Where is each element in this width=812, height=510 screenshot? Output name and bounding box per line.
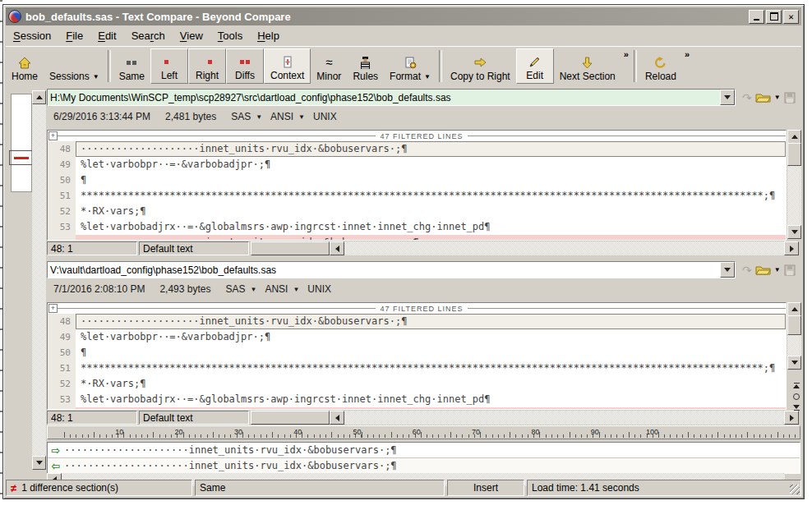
minor-button[interactable]: ≈Minor (311, 48, 347, 84)
right-pane-vertical-scrollbar[interactable] (787, 302, 801, 370)
code-text[interactable]: %let·varbobadjrx··=·&globalmsrs·awp·ingr… (76, 219, 786, 235)
menu-item-tools[interactable]: Tools (210, 28, 250, 44)
right-code-pane[interactable]: + 47 FILTERED LINES 48··················… (47, 302, 787, 410)
expand-filtered-lines-button[interactable]: + (48, 131, 58, 140)
scroll-down-button[interactable] (32, 456, 46, 470)
code-line-49[interactable]: 49%let·varbobpr··=·&varbobadjpr·;¶ (48, 157, 786, 172)
right-file-path-field[interactable]: V:\vault\dartload_config\phase152\bob_de… (47, 261, 736, 278)
maximize-button[interactable] (766, 10, 782, 24)
home-button[interactable]: Home (6, 48, 44, 84)
code-text[interactable]: %let·varbobpr··=·&varbobadjpr·;¶ (76, 157, 786, 172)
swap-sides-icon[interactable]: ↷ (742, 91, 752, 104)
code-line-52[interactable]: 52*·RX·vars;¶ (48, 204, 786, 219)
left-pane-vertical-scrollbar[interactable] (787, 130, 801, 239)
menu-item-view[interactable]: View (173, 28, 210, 44)
encoding-dropdown-icon[interactable]: ▼ (298, 113, 305, 121)
scroll-left-button[interactable] (330, 411, 344, 425)
sessions-button[interactable]: Sessions▼ (44, 48, 105, 84)
menu-item-search[interactable]: Search (124, 28, 173, 44)
detail-line-right[interactable]: ⇨·····················innet_units·rvu_id… (48, 443, 800, 458)
scroll-up-button[interactable] (787, 302, 801, 316)
code-line-50[interactable]: 50¶ (48, 345, 786, 361)
code-text[interactable]: %let·varbobpr··=·&varbobadjpr·;¶ (76, 329, 786, 345)
code-text[interactable]: ****************************************… (76, 188, 786, 204)
context-button[interactable]: Context (264, 48, 311, 84)
horizontal-scrollbar-thumb[interactable] (251, 241, 330, 255)
toolbar-overflow-chevron[interactable]: » (682, 48, 692, 61)
code-line-49[interactable]: 49%let·varbobpr··=·&varbobadjpr·;¶ (48, 329, 786, 345)
code-text[interactable]: ¶ (76, 172, 786, 188)
left-code-pane[interactable]: + 47 FILTERED LINES 48··················… (47, 130, 787, 241)
menu-item-session[interactable]: Session (6, 28, 58, 44)
code-text[interactable]: *·RX·vars;¶ (76, 204, 786, 219)
code-text[interactable]: ····················innet_units·rvu_idx·… (76, 314, 786, 329)
reload-button[interactable]: Reload (639, 48, 682, 84)
first-difference-button[interactable] (793, 382, 800, 388)
current-difference-button[interactable] (793, 393, 800, 400)
horizontal-scrollbar-track[interactable] (344, 411, 784, 425)
code-line-51[interactable]: 51**************************************… (48, 361, 786, 376)
left-button[interactable]: Left (150, 48, 188, 84)
diffs-button[interactable]: Diffs (226, 48, 264, 84)
horizontal-scrollbar-track[interactable] (344, 241, 784, 255)
code-line-52[interactable]: 52*·RX·vars;¶ (48, 376, 786, 392)
chevron-down-icon[interactable]: ▼ (93, 73, 99, 80)
close-button[interactable]: ✕ (783, 10, 799, 24)
diff-overview-map[interactable] (11, 94, 32, 192)
scroll-down-button[interactable] (787, 356, 801, 370)
viewport-indicator[interactable] (9, 150, 34, 165)
scroll-up-button[interactable] (787, 130, 801, 144)
expand-filtered-lines-button[interactable]: + (48, 304, 58, 313)
left-file-format[interactable]: SAS (231, 111, 251, 122)
open-file-icon[interactable] (755, 264, 771, 276)
menu-item-edit[interactable]: Edit (90, 28, 123, 44)
minimize-button[interactable] (749, 10, 764, 24)
same-button[interactable]: Same (113, 48, 150, 84)
format-dropdown-icon[interactable]: ▼ (250, 286, 256, 293)
right-file-path[interactable]: V:\vault\dartload_config\phase152\bob_de… (48, 264, 720, 276)
menu-item-help[interactable]: Help (250, 28, 287, 44)
chevron-down-icon[interactable]: ▼ (424, 73, 431, 80)
code-text[interactable]: ····················innet_units·rvu_idx·… (76, 141, 786, 157)
horizontal-scrollbar-thumb[interactable] (251, 411, 330, 425)
rules-button[interactable]: Rules (347, 48, 384, 84)
code-text[interactable]: ¶ (76, 345, 786, 361)
open-file-icon[interactable] (755, 92, 771, 103)
right-file-encoding[interactable]: ANSI (265, 283, 288, 295)
left-file-encoding[interactable]: ANSI (270, 111, 293, 122)
code-line-50[interactable]: 50¶ (48, 172, 786, 188)
toolbar-overflow-chevron[interactable]: » (621, 48, 631, 61)
shared-vertical-scrollbar[interactable] (32, 90, 46, 470)
code-text[interactable]: ·····················innet_units·rvu_idx… (76, 235, 786, 240)
code-text[interactable]: %let·varbobadjrx··=·&globalmsrs·awp·ingr… (76, 392, 786, 407)
right-button[interactable]: Right (188, 48, 226, 84)
code-text[interactable]: ****************************************… (76, 361, 786, 376)
left-file-path-field[interactable]: H:\My Documents\WinSCP_temp\scp28927\src… (47, 89, 736, 106)
edit-button[interactable]: Edit (516, 48, 554, 84)
code-line-partial-diff[interactable]: ·····················innet_units·rvu_idx… (48, 407, 786, 410)
code-text[interactable]: *·RX·vars;¶ (76, 376, 786, 392)
open-file-dropdown-icon[interactable]: ▼ (774, 266, 781, 273)
swap-sides-icon[interactable]: ↷ (742, 264, 752, 277)
scroll-down-button[interactable] (787, 225, 801, 239)
window-resize-grip[interactable] (790, 485, 800, 494)
right-path-dropdown-button[interactable] (720, 262, 735, 278)
left-path-dropdown-button[interactable] (720, 90, 735, 105)
open-file-dropdown-icon[interactable]: ▼ (774, 94, 781, 101)
code-line-53[interactable]: 53%let·varbobadjrx··=·&globalmsrs·awp·in… (48, 219, 786, 235)
scrollbar-thumb[interactable] (787, 315, 801, 335)
code-line-48[interactable]: 48····················innet_units·rvu_id… (48, 141, 786, 157)
code-text[interactable]: ·····················innet_units·rvu_idx… (76, 407, 786, 410)
scroll-right-button[interactable] (784, 241, 799, 255)
menu-item-file[interactable]: File (58, 28, 90, 44)
copy-to-right-button[interactable]: Copy to Right (445, 48, 516, 84)
next-section-button[interactable]: Next Section (554, 48, 621, 84)
code-line-53[interactable]: 53%let·varbobadjrx··=·&globalmsrs·awp·in… (48, 392, 786, 407)
scroll-right-button[interactable] (784, 411, 799, 425)
scrollbar-thumb[interactable] (787, 143, 801, 166)
title-bar[interactable]: bob_defaults.sas - Text Compare - Beyond… (6, 7, 801, 25)
encoding-dropdown-icon[interactable]: ▼ (293, 286, 299, 293)
detail-line-left[interactable]: ⇦·····················innet_units·rvu_id… (48, 458, 800, 473)
code-line-partial-diff[interactable]: ·····················innet_units·rvu_idx… (48, 235, 786, 240)
format-button[interactable]: Format▼ (384, 48, 436, 84)
